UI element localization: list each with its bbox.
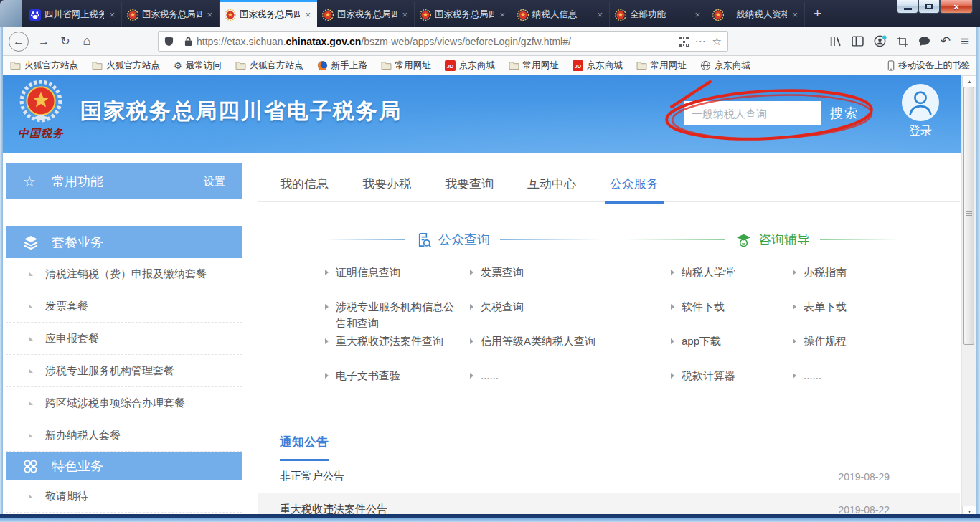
bookmark-star-icon[interactable]: ☆ xyxy=(712,35,722,48)
browser-tab-6[interactable]: 纳税人信息 × xyxy=(512,2,610,27)
tab-do-tax[interactable]: 我要办税 xyxy=(362,176,411,192)
link-app-download[interactable]: app下载 xyxy=(671,333,793,367)
notice-row-abnormal-household[interactable]: 非正常户公告 2019-08-29 xyxy=(258,460,960,493)
sidebar-favorites-title: 常用功能 xyxy=(52,173,103,190)
sidebar-item-sheshui-fuwu[interactable]: 涉税专业服务机构管理套餐 xyxy=(6,355,242,387)
url-text[interactable]: https://etax.sichuan.chinatax.gov.cn/bsz… xyxy=(197,36,672,47)
link-more[interactable]: ...... xyxy=(470,367,671,402)
close-button[interactable]: × xyxy=(940,0,973,14)
bookmark-jd[interactable]: JD 京东商城 xyxy=(573,60,623,72)
account-icon[interactable] xyxy=(874,35,887,47)
undo-icon[interactable]: ↶ xyxy=(941,34,951,49)
browser-tab-8[interactable]: 一般纳税人资格 × xyxy=(707,2,805,27)
scrollbar-thumb[interactable] xyxy=(963,87,974,345)
new-tab-button[interactable]: + xyxy=(805,6,830,22)
bookmark-folder[interactable]: 火狐官方站点 xyxy=(10,60,78,72)
bookmark-folder[interactable]: 火狐官方站点 xyxy=(235,60,303,72)
bookmark-jd-globe[interactable]: 京东商城 xyxy=(700,60,750,72)
site-title: 国家税务总局四川省电子税务局 xyxy=(80,97,402,126)
browser-tab-2[interactable]: 国家税务总局四 × xyxy=(122,2,220,27)
tab-close-icon[interactable]: × xyxy=(400,9,409,20)
bookmark-jd[interactable]: JD 京东商城 xyxy=(445,60,495,72)
maximize-button[interactable] xyxy=(918,0,940,14)
taxpayer-search-input[interactable] xyxy=(684,101,821,125)
sidebar-item-fapiao[interactable]: 发票套餐 xyxy=(6,290,242,323)
browser-tab-3-active[interactable]: 国家税务总局四 × xyxy=(220,0,317,27)
reload-button[interactable]: ↻ xyxy=(55,32,76,52)
url-bar[interactable]: https://etax.sichuan.chinatax.gov.cn/bsz… xyxy=(158,31,728,52)
search-button[interactable]: 搜索 xyxy=(830,105,859,122)
sidebar-item-qingshui-zhuxiao[interactable]: 清税注销税（费）申报及缴纳套餐 xyxy=(6,258,242,290)
bookmark-most-visited[interactable]: ⚙ 最常访问 xyxy=(174,60,222,72)
sidebar-favorites-header[interactable]: ☆ 常用功能 设置 xyxy=(6,163,242,199)
sidebar-item-coming-soon[interactable]: 敬请期待 xyxy=(6,480,242,513)
link-invoice-query[interactable]: 发票查询 xyxy=(470,264,671,298)
qr-code-icon[interactable] xyxy=(679,37,689,47)
tab-close-icon[interactable]: × xyxy=(303,9,312,20)
link-major-violation-query[interactable]: 重大税收违法案件查询 xyxy=(325,333,470,367)
tab-close-icon[interactable]: × xyxy=(108,9,116,20)
sidebar-toggle-icon[interactable] xyxy=(852,36,864,47)
page-actions-icon[interactable]: ⋯ xyxy=(695,35,706,48)
browser-tab-5[interactable]: 国家税务总局四 × xyxy=(415,2,512,27)
bookmark-folder[interactable]: 常用网址 xyxy=(636,60,687,72)
arrow-right-icon xyxy=(325,270,329,275)
login-avatar[interactable] xyxy=(902,84,939,121)
forward-button[interactable]: → xyxy=(33,32,55,52)
bookmark-label: 火狐官方站点 xyxy=(24,60,78,72)
bookmark-folder[interactable]: 火狐官方站点 xyxy=(92,60,160,72)
link-tax-guide[interactable]: 办税指南 xyxy=(793,264,922,298)
lock-icon[interactable] xyxy=(184,36,192,47)
tab-public-service[interactable]: 公众服务 xyxy=(610,176,659,192)
bookmark-folder[interactable]: 常用网址 xyxy=(381,60,431,72)
sidebar-item-yingshenbao[interactable]: 应申报套餐 xyxy=(6,323,242,355)
tab-query[interactable]: 我要查询 xyxy=(445,176,494,192)
link-tax-agency-announcement[interactable]: 涉税专业服务机构信息公告和查询 xyxy=(325,298,470,333)
tab-interaction[interactable]: 互动中心 xyxy=(527,176,576,192)
link-tax-calculator[interactable]: 税款计算器 xyxy=(671,367,793,402)
link-taxpayer-school[interactable]: 纳税人学堂 xyxy=(671,264,793,298)
chat-bubble-icon[interactable] xyxy=(918,36,930,47)
link-software-download[interactable]: 软件下载 xyxy=(671,298,793,333)
mobile-bookmarks[interactable]: 移动设备上的书签 xyxy=(887,60,970,72)
link-form-download[interactable]: 表单下载 xyxy=(793,298,922,333)
home-button[interactable]: ⌂ xyxy=(76,32,98,52)
shield-icon[interactable] xyxy=(164,36,174,47)
sidebar-item-kuaquyu[interactable]: 跨区域涉税事项综合办理套餐 xyxy=(6,387,242,419)
screenshot-icon[interactable] xyxy=(897,36,908,47)
link-tax-arrears-query[interactable]: 欠税查询 xyxy=(470,298,671,333)
browser-tab-1[interactable]: 四川省网上税务 × xyxy=(24,2,122,27)
sidebar-item-xinban[interactable]: 新办纳税人套餐 xyxy=(6,419,242,452)
sidebar-featured-header[interactable]: 特色业务 xyxy=(6,452,242,480)
tab-close-icon[interactable]: × xyxy=(791,9,799,20)
bookmark-label: 火狐官方站点 xyxy=(106,60,160,72)
tab-close-icon[interactable]: × xyxy=(595,9,604,20)
folder-icon xyxy=(636,61,647,70)
browser-tab-4[interactable]: 国家税务总局四 × xyxy=(317,2,415,27)
notice-title[interactable]: 通知公告 xyxy=(280,434,329,461)
link-label: 软件下载 xyxy=(682,298,735,315)
link-certificate-query[interactable]: 证明信息查询 xyxy=(325,264,470,298)
bookmark-folder[interactable]: 常用网址 xyxy=(509,60,559,72)
link-grade-a-taxpayer-query[interactable]: 信用等级A类纳税人查询 xyxy=(470,333,671,367)
page-scrollbar[interactable]: ▲ ▼ xyxy=(961,75,976,518)
tab-close-icon[interactable]: × xyxy=(498,9,507,20)
tax-emblem-icon xyxy=(712,9,724,21)
tab-close-icon[interactable]: × xyxy=(693,9,702,20)
link-operation-procedure[interactable]: 操作规程 xyxy=(793,333,922,367)
login-label[interactable]: 登录 xyxy=(897,124,943,139)
tax-emblem-icon xyxy=(420,9,431,21)
tab-my-info[interactable]: 我的信息 xyxy=(280,176,329,192)
sidebar-packages-header[interactable]: 套餐业务 xyxy=(6,226,242,258)
library-icon[interactable] xyxy=(829,35,842,47)
link-more[interactable]: ...... xyxy=(793,367,922,402)
bookmark-getting-started[interactable]: 新手上路 xyxy=(317,60,367,72)
back-button[interactable]: ← xyxy=(9,32,29,52)
scroll-up-arrow[interactable]: ▲ xyxy=(962,75,976,87)
link-edoc-verify[interactable]: 电子文书查验 xyxy=(325,367,470,402)
menu-icon[interactable]: ≡ xyxy=(961,34,969,49)
minimize-button[interactable] xyxy=(897,0,918,14)
tab-close-icon[interactable]: × xyxy=(205,9,214,20)
settings-link[interactable]: 设置 xyxy=(204,175,225,189)
browser-tab-7[interactable]: 全部功能 × xyxy=(610,2,707,27)
